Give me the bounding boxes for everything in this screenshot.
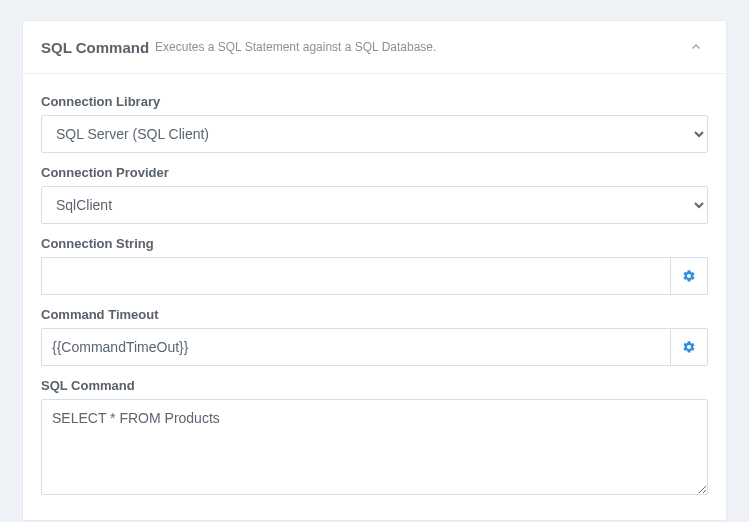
panel-subtitle: Executes a SQL Statement against a SQL D… xyxy=(155,40,436,54)
label-connection-string: Connection String xyxy=(41,236,708,251)
label-connection-provider: Connection Provider xyxy=(41,165,708,180)
input-group-connection-string xyxy=(41,257,708,295)
gear-icon xyxy=(682,269,696,283)
field-connection-provider: Connection Provider SqlClient xyxy=(41,165,708,224)
panel-header: SQL Command Executes a SQL Statement aga… xyxy=(23,21,726,74)
settings-command-timeout-button[interactable] xyxy=(670,328,708,366)
chevron-up-icon xyxy=(690,41,702,53)
field-sql-command: SQL Command SELECT * FROM Products xyxy=(41,378,708,498)
settings-connection-string-button[interactable] xyxy=(670,257,708,295)
sql-command-panel: SQL Command Executes a SQL Statement aga… xyxy=(22,20,727,521)
input-group-command-timeout xyxy=(41,328,708,366)
input-connection-string[interactable] xyxy=(41,257,670,295)
collapse-button[interactable] xyxy=(684,35,708,59)
panel-body: Connection Library SQL Server (SQL Clien… xyxy=(23,74,726,520)
label-command-timeout: Command Timeout xyxy=(41,307,708,322)
field-connection-library: Connection Library SQL Server (SQL Clien… xyxy=(41,94,708,153)
select-connection-library[interactable]: SQL Server (SQL Client) xyxy=(41,115,708,153)
select-connection-provider[interactable]: SqlClient xyxy=(41,186,708,224)
field-command-timeout: Command Timeout xyxy=(41,307,708,366)
label-sql-command: SQL Command xyxy=(41,378,708,393)
label-connection-library: Connection Library xyxy=(41,94,708,109)
field-connection-string: Connection String xyxy=(41,236,708,295)
textarea-sql-command[interactable]: SELECT * FROM Products xyxy=(41,399,708,495)
input-command-timeout[interactable] xyxy=(41,328,670,366)
panel-title: SQL Command xyxy=(41,39,149,56)
gear-icon xyxy=(682,340,696,354)
